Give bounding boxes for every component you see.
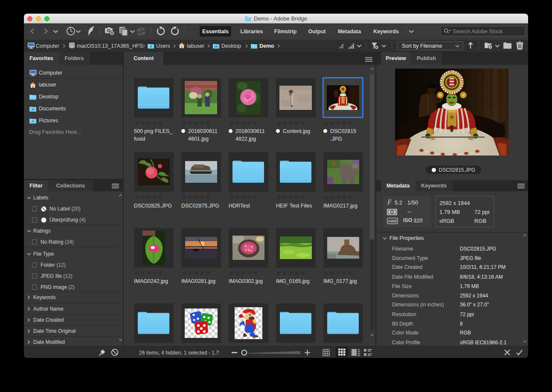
svg-text:AWB: AWB — [388, 219, 397, 223]
